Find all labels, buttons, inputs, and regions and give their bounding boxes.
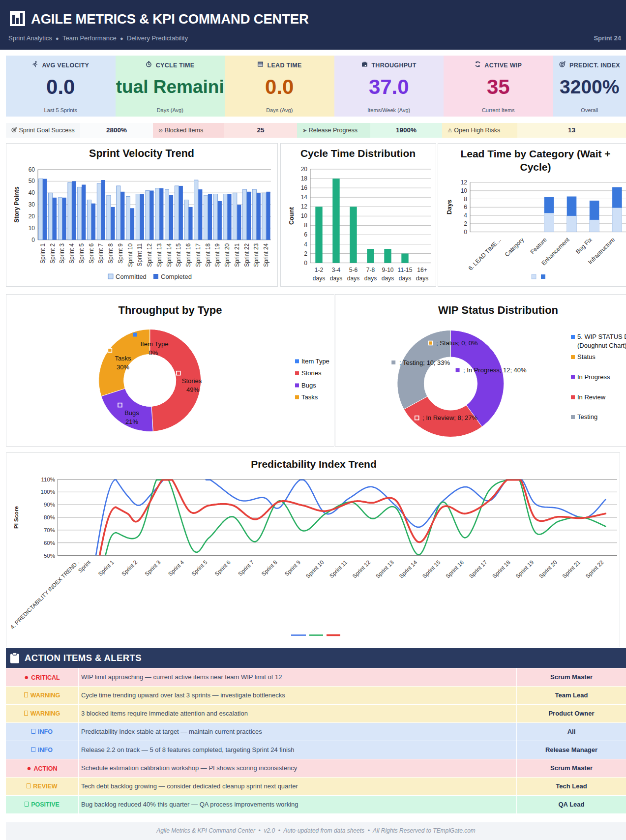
svg-text:16+: 16+ [417,267,427,273]
svg-text:Story Points: Story Points [13,186,20,223]
svg-text:Sprint 17: Sprint 17 [195,243,202,267]
svg-text:Sprint 8: Sprint 8 [107,243,114,264]
svg-text:Sprint 7: Sprint 7 [97,243,104,264]
svg-text:50: 50 [29,178,35,184]
svg-text:10: 10 [301,212,308,219]
svg-text:4: 4 [304,241,307,248]
svg-text:5-6: 5-6 [349,267,358,273]
svg-text:Sprint 1: Sprint 1 [39,243,46,264]
svg-text:60%: 60% [44,540,55,546]
svg-text:days: days [313,275,325,282]
svg-text:Sprint 18: Sprint 18 [205,243,211,267]
svg-text:5. WIP STATUS DIS: 5. WIP STATUS DIS [577,333,626,340]
svg-text:Sprint 3: Sprint 3 [59,243,65,264]
svg-text:Sprint Velocity Trend: Sprint Velocity Trend [89,148,194,159]
svg-text:PI Score: PI Score [13,506,19,529]
svg-text:Throughput by Type: Throughput by Type [118,304,222,316]
svg-text:Sprint 5: Sprint 5 [78,243,85,264]
svg-text:; Status; 0; 0%: ; Status; 0; 0% [436,339,478,347]
svg-text:; In Review; 8; 27%: ; In Review; 8; 27% [422,414,477,421]
svg-text:Sprint 9: Sprint 9 [117,243,124,264]
svg-text:20: 20 [301,166,308,173]
svg-text:Sprint 4: Sprint 4 [68,243,75,264]
svg-text:50%: 50% [44,553,55,559]
svg-text:; Testing; 10; 33%: ; Testing; 10; 33% [399,359,450,366]
svg-text:Item Type: Item Type [301,358,329,365]
svg-text:Sprint 20: Sprint 20 [224,243,231,267]
svg-text:Sprint 13: Sprint 13 [156,243,163,267]
svg-text:Sprint 15: Sprint 15 [175,243,182,267]
svg-text:6: 6 [464,204,467,210]
svg-text:days: days [330,275,342,282]
svg-text:0: 0 [464,229,467,236]
svg-text:Sprint 19: Sprint 19 [214,243,221,267]
svg-text:In Review: In Review [577,393,606,401]
svg-text:30%: 30% [117,363,129,371]
svg-text:0%: 0% [149,349,158,357]
svg-text:Stories: Stories [182,377,202,385]
svg-text:Sprint 6: Sprint 6 [88,243,95,264]
svg-text:Bugs: Bugs [124,409,139,417]
svg-text:30: 30 [29,201,35,208]
svg-text:40: 40 [29,189,35,196]
svg-text:Sprint 24: Sprint 24 [263,243,269,267]
svg-text:70%: 70% [44,527,55,533]
svg-text:Predictability Index Trend: Predictability Index Trend [251,458,377,470]
svg-text:2: 2 [304,250,307,257]
svg-text:Sprint 21: Sprint 21 [234,243,240,267]
svg-text:days: days [416,275,428,282]
svg-text:Tasks: Tasks [115,355,131,362]
svg-text:Sprint 16: Sprint 16 [185,243,192,267]
svg-text:Lead Time by Category (Wait +: Lead Time by Category (Wait + [460,148,610,159]
svg-text:Cycle): Cycle) [520,161,551,173]
svg-text:WIP Status Distribution: WIP Status Distribution [438,304,558,316]
svg-text:Sprint 23: Sprint 23 [253,243,260,267]
svg-text:days: days [382,275,394,282]
svg-text:9-10: 9-10 [382,267,393,273]
svg-text:12: 12 [301,203,308,210]
svg-text:11-15: 11-15 [398,267,413,273]
svg-text:Cycle Time Distribution: Cycle Time Distribution [300,148,416,159]
svg-text:3-4: 3-4 [332,267,341,273]
svg-text:110%: 110% [41,477,55,482]
svg-text:(Doughnut Chart): (Doughnut Chart) [577,342,626,349]
svg-text:; In Progress; 12; 40%: ; In Progress; 12; 40% [463,366,527,374]
svg-text:Committed: Committed [116,273,147,280]
svg-text:Item Type: Item Type [141,340,169,348]
svg-text:16: 16 [301,184,308,191]
svg-text:Sprint 11: Sprint 11 [136,243,143,266]
svg-text:days: days [347,275,359,282]
svg-text:1-2: 1-2 [315,267,324,273]
svg-text:Count: Count [288,207,295,225]
svg-text:0: 0 [31,237,35,243]
svg-text:Bugs: Bugs [301,382,316,389]
svg-text:Sprint 12: Sprint 12 [146,243,153,267]
svg-text:20: 20 [29,213,35,220]
svg-text:Sprint 22: Sprint 22 [243,243,250,267]
svg-text:Status: Status [577,353,596,360]
svg-text:49%: 49% [186,386,199,393]
svg-text:Sprint 2: Sprint 2 [49,243,56,264]
svg-text:8: 8 [464,196,467,203]
svg-text:Stories: Stories [301,369,322,377]
svg-text:2: 2 [464,220,467,227]
svg-text:12: 12 [461,179,468,186]
svg-text:0: 0 [304,260,307,267]
svg-text:60: 60 [29,166,35,173]
svg-text:Tasks: Tasks [301,393,318,401]
svg-text:Sprint 10: Sprint 10 [127,243,134,267]
svg-text:80%: 80% [44,514,55,520]
svg-text:Testing: Testing [577,413,597,420]
svg-text:8: 8 [304,222,307,229]
svg-text:21%: 21% [125,418,138,425]
svg-text:100%: 100% [41,489,55,495]
svg-text:10: 10 [461,187,468,194]
svg-text:4: 4 [464,212,467,219]
svg-text:18: 18 [301,175,308,182]
svg-text:In Progress: In Progress [577,373,610,381]
svg-text:14: 14 [301,194,308,201]
svg-text:10: 10 [29,225,35,232]
svg-text:Days: Days [446,200,453,214]
svg-text:Sprint 14: Sprint 14 [166,243,173,267]
svg-text:days: days [364,275,377,282]
